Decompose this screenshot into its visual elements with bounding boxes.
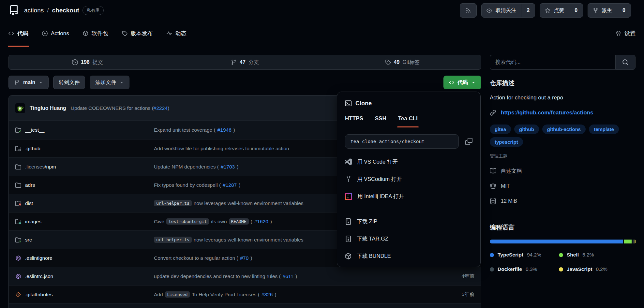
website-link[interactable]: https://github.com/features/actions [501, 110, 593, 116]
menu-item[interactable]: 下载 ZIP [345, 213, 472, 230]
issue-link[interactable]: #611 [283, 273, 293, 279]
count-badge[interactable]: 0 [569, 4, 583, 17]
commit-author-link[interactable]: Tingluo Huang [30, 105, 66, 111]
rss-button[interactable] [460, 3, 477, 18]
tab-版本发布[interactable]: 版本发布 [122, 21, 153, 46]
file-name: images [25, 219, 41, 224]
topic-github-actions[interactable]: github-actions [542, 125, 586, 134]
file-link[interactable]: .github [25, 146, 40, 152]
eslint-icon [15, 255, 21, 261]
count-badge[interactable]: 0 [617, 4, 631, 17]
topic-typescript[interactable]: typescript [490, 137, 523, 147]
search-input[interactable] [490, 55, 615, 70]
legend-percent: 0.2% [596, 266, 607, 272]
topic-template[interactable]: template [589, 125, 619, 134]
tag-icon [385, 59, 391, 65]
button-label-area: 取消关注 [482, 4, 521, 17]
file-link[interactable]: __test__ [25, 127, 44, 133]
topic-github[interactable]: github [514, 125, 539, 134]
goto-file-label: 转到文件 [59, 79, 80, 86]
menu-item[interactable]: 用 VSCodium 打开 [345, 170, 472, 188]
legend-dot [559, 253, 563, 257]
menu-item[interactable]: 下载 TAR.GZ [345, 230, 472, 247]
play-icon [42, 31, 48, 36]
file-link[interactable]: images [25, 219, 41, 225]
file-link[interactable]: .eslintrc.json [25, 273, 53, 279]
code-icon [449, 80, 454, 85]
code-button[interactable]: 代码 [443, 76, 481, 89]
issue-link[interactable]: #1946 [217, 127, 232, 133]
issue-link[interactable]: #1620 [254, 219, 268, 225]
copy-icon[interactable] [465, 138, 472, 145]
clone-command-input[interactable] [345, 134, 459, 149]
topic-gitea[interactable]: gitea [490, 125, 511, 134]
search-button[interactable] [615, 55, 636, 70]
file-link[interactable]: .licenses/npm [25, 164, 56, 170]
folder-icon [15, 182, 21, 188]
message-text: ) [233, 127, 235, 133]
stat-提交[interactable]: 196提交 [9, 59, 166, 66]
repo-name-link[interactable]: checkout [52, 7, 79, 14]
menu-item[interactable]: 下载 BUNDLE [345, 247, 472, 265]
issue-link[interactable]: #1703 [221, 164, 235, 170]
message-text: ) [239, 182, 240, 188]
meta-MIT[interactable]: MIT [490, 179, 636, 194]
取消关注-button[interactable]: 取消关注2 [481, 3, 535, 18]
avatar[interactable] [15, 103, 25, 113]
file-link[interactable]: .gitattributes [25, 292, 52, 298]
clone-tab-SSH[interactable]: SSH [375, 115, 386, 127]
manage-topics-link[interactable]: 管理主题 [490, 153, 507, 159]
code-span: url-helper.ts [154, 200, 192, 206]
file-name-cell: dist [15, 200, 154, 206]
download-menu: 下载 ZIP下载 TAR.GZ下载 BUNDLE [345, 213, 472, 265]
issue-link[interactable]: #70 [240, 255, 248, 261]
legend-percent: 94.2% [527, 252, 541, 258]
git-icon [15, 292, 21, 298]
tab-代码[interactable]: 代码 [8, 21, 28, 46]
tab-settings[interactable]: 设置 [616, 21, 636, 46]
file-link[interactable]: adrs [25, 182, 35, 188]
repo-tab-bar: 代码Actions软件包版本发布动态 设置 [0, 21, 644, 46]
code-icon [8, 31, 14, 36]
stat-label: 提交 [93, 59, 103, 66]
stat-Git标签[interactable]: 49Git标签 [323, 59, 481, 66]
file-link[interactable]: dist [25, 200, 33, 206]
clone-tab-HTTPS[interactable]: HTTPS [345, 115, 363, 127]
message-text: ) [168, 105, 169, 111]
menu-item[interactable]: 用 VS Code 打开 [345, 153, 472, 170]
history-icon [72, 59, 78, 65]
add-file-button[interactable]: 添加文件 [90, 76, 129, 89]
settings-label: 设置 [624, 30, 636, 37]
meta-label: MIT [501, 183, 510, 189]
file-link[interactable]: .eslintignore [25, 255, 52, 261]
issue-link[interactable]: #326 [262, 292, 273, 298]
file-commit-message: Add Licensed To Help Verify Prod License… [154, 291, 442, 298]
派生-button[interactable]: 派生0 [588, 3, 631, 18]
file-age: 4年前 [442, 273, 474, 280]
law-icon [490, 183, 496, 189]
clone-tab-Tea CLI[interactable]: Tea CLI [398, 115, 418, 127]
meta-自述文档[interactable]: 自述文档 [490, 164, 636, 179]
file-name: .gitattributes [25, 292, 52, 297]
database-icon [490, 198, 496, 204]
count-badge[interactable]: 2 [521, 4, 535, 17]
menu-item-label: 下载 BUNDLE [357, 253, 391, 260]
goto-file-button[interactable]: 转到文件 [53, 76, 85, 89]
language-segment-JavaScript [635, 240, 636, 243]
tab-软件包[interactable]: 软件包 [83, 21, 108, 46]
clone-header: Clone [345, 98, 472, 108]
legend-TypeScript: TypeScript94.2% [490, 252, 559, 258]
tab-Actions[interactable]: Actions [42, 21, 69, 46]
message-text: Fix typos found by codespell ( [154, 182, 221, 188]
branch-selector[interactable]: main [8, 76, 49, 89]
repo-owner-link[interactable]: actions [24, 7, 44, 14]
code-search [490, 55, 636, 70]
issue-link[interactable]: #2224 [154, 105, 168, 111]
stat-分支[interactable]: 47分支 [166, 59, 324, 66]
file-link[interactable]: src [25, 237, 32, 243]
button-label: 派生 [602, 7, 612, 14]
tab-动态[interactable]: 动态 [167, 21, 187, 46]
issue-link[interactable]: #1287 [223, 182, 237, 188]
menu-item[interactable]: 用 Intellij IDEA 打开 [345, 188, 472, 205]
点赞-button[interactable]: 点赞0 [540, 3, 583, 18]
